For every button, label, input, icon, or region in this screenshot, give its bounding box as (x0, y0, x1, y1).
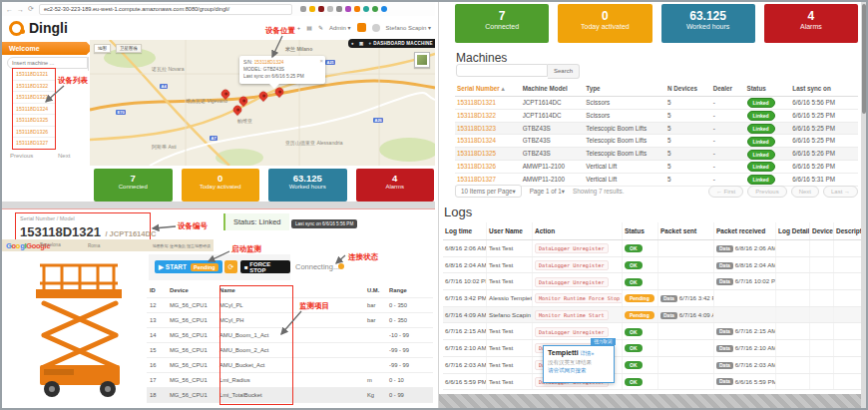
map[interactable]: 米兰 Milano 诺瓦拉 Novara 帕维亚 维杰瓦诺 Vigevano 阿… (90, 40, 435, 166)
scrollbar[interactable] (861, 2, 867, 408)
popup-sn-link[interactable]: 153118D1324 (254, 60, 284, 65)
cell (810, 273, 834, 289)
received-time: 6/8/16 2:04 AM (735, 261, 776, 268)
satellite-chip[interactable]: 卫星图像 (116, 44, 142, 53)
serial-link[interactable]: 153118D1321 (455, 97, 523, 109)
previous-page-button[interactable]: Previous (747, 186, 786, 198)
ok-badge: OK (625, 261, 643, 269)
extension-icon[interactable] (381, 6, 387, 12)
brand-logo[interactable]: Dingli (9, 20, 68, 36)
scrollbar-thumb[interactable] (862, 4, 866, 114)
cell (834, 323, 862, 339)
extension-icon[interactable] (318, 6, 324, 12)
sidebar-machine-link[interactable]: 153118D1325 (13, 115, 55, 127)
details-link[interactable]: 详情» (580, 350, 594, 356)
machine-row[interactable]: 153118D1324GTBZ43STelescopic Boom Lifts5… (455, 135, 858, 148)
stat-label: Worked hours (268, 184, 347, 190)
data-badge[interactable]: Data (716, 278, 733, 285)
data-badge[interactable]: Data (660, 295, 677, 302)
map-type-chip[interactable]: 地图 (94, 44, 111, 53)
dictionary-popup-tab[interactable]: 强力取词 (591, 338, 615, 345)
page-select[interactable]: Page 1 of 1▾ (530, 188, 565, 195)
extension-icon[interactable] (345, 6, 351, 12)
machines-search-input[interactable] (456, 64, 548, 77)
start-button[interactable]: ▶ START Pending (155, 260, 222, 273)
cell: 6/7/16 2:03 AM (443, 357, 487, 373)
first-page-button[interactable]: ← First (708, 186, 743, 198)
search-button[interactable] (88, 57, 89, 71)
stat-value: 7 (455, 9, 549, 23)
edit-icon[interactable]: ✎ (318, 24, 323, 31)
map-credits[interactable]: 地图数据 使用条款 报告地图错误 (153, 243, 211, 248)
serial-link[interactable]: 153118D1327 (455, 174, 523, 186)
previous-link[interactable]: Previous (10, 153, 33, 159)
data-badge[interactable]: Data (716, 328, 733, 335)
stat-label: Today activated (558, 23, 651, 30)
serial-link[interactable]: 153118D1324 (455, 135, 523, 147)
extension-icon[interactable] (300, 6, 306, 12)
data-badge[interactable]: Data (660, 312, 677, 319)
machine-list: 153118D1321 153118D1322 153118D1323 1531… (12, 68, 56, 150)
action-chip: DataLogger Unregister (535, 277, 609, 287)
col-header: Dealer (713, 82, 747, 96)
action-cell: Monitor Runtime Force Stop (533, 290, 623, 306)
extension-icon[interactable] (327, 6, 333, 12)
received-time: 6/6/16 5:59 PM (735, 378, 776, 385)
admin-menu[interactable]: Admin ▾ (329, 24, 351, 31)
log-row: 6/7/16 10:02 PMTest TestDataLogger Unreg… (443, 273, 862, 290)
web-search-link[interactable]: 请尝试网页搜索 (548, 367, 610, 374)
data-badge[interactable]: Data (716, 362, 733, 369)
data-badge[interactable]: Data (716, 245, 733, 252)
machine-row[interactable]: 153118D1323GTBZ43STelescopic Boom Lifts5… (455, 123, 858, 136)
serial-link[interactable]: 153118D1322 (455, 110, 523, 122)
popup-model: MODEL: GTBZ43S (243, 66, 321, 73)
print-icon[interactable]: ▤ (306, 24, 312, 31)
reload-icon[interactable]: ⟳ (28, 5, 34, 13)
close-icon[interactable]: × (319, 57, 323, 66)
force-stop-button[interactable]: ■ FORCE STOP (240, 260, 290, 273)
col-header-serial[interactable]: Serial Number ▴ (455, 82, 523, 96)
next-page-button[interactable]: Next (791, 186, 819, 198)
machine-row[interactable]: 153118D1326AMWP11-2100Vertical Lift5-Lin… (455, 161, 858, 174)
serial-link[interactable]: 153118D1323 (455, 123, 523, 135)
data-badge[interactable]: Data (716, 378, 733, 385)
address-bar[interactable]: ec2-52-30-223-189.eu-west-1.compute.amaz… (39, 4, 292, 15)
last-page-button[interactable]: Last → (823, 186, 858, 198)
extension-icon[interactable] (372, 6, 378, 12)
machines-search-button[interactable]: Search (548, 64, 580, 79)
dashboard-macchine-toolbar[interactable]: ●▣+ DASHBOARD MACCHINE (348, 39, 435, 48)
extension-icon[interactable] (309, 6, 315, 12)
refresh-button[interactable]: ⟳ (224, 260, 237, 273)
serial-link[interactable]: 153118D1326 (455, 161, 523, 173)
add-icon[interactable]: + (297, 25, 301, 31)
log-row: 6/7/16 2:03 AMTest TestDataLogger Unregi… (443, 357, 862, 374)
back-icon[interactable]: ← (6, 6, 13, 13)
extension-icon[interactable] (354, 6, 360, 12)
no-result-text: 没有汉英互译结果 (548, 359, 610, 366)
sidebar-machine-link[interactable]: 153118D1327 (13, 138, 55, 149)
cell: 6/6/16 5:26 PM (792, 148, 858, 160)
machine-row[interactable]: 153118D1322JCPT1614DCScissors5-Linked6/6… (455, 110, 858, 123)
forward-icon[interactable]: → (17, 6, 24, 13)
items-per-page-select[interactable]: 10 Items per Page▾ (455, 185, 522, 198)
extension-icon[interactable] (363, 6, 369, 12)
sidebar-machine-link[interactable]: 153118D1324 (13, 104, 55, 116)
data-badge[interactable]: Data (716, 262, 733, 269)
sidebar-machine-link[interactable]: 153118D1323 (13, 92, 55, 104)
serial-link[interactable]: 153118D1325 (455, 148, 523, 160)
cell (834, 240, 862, 256)
machine-row[interactable]: 153118D1325GTBZ43STelescopic Boom Lifts5… (455, 148, 858, 161)
route-chip: E70 (116, 110, 126, 115)
next-link[interactable]: Next (58, 153, 70, 159)
extension-icon[interactable] (336, 6, 342, 12)
machine-row[interactable]: 153118D1321JCPT1614DCScissors5-Linked6/6… (455, 97, 858, 110)
sidebar-machine-link[interactable]: 153118D1321 (13, 69, 55, 81)
notification-badge[interactable] (357, 23, 366, 32)
user-menu[interactable]: Stefano Scapin ▾ (386, 24, 431, 31)
cell: bar (367, 298, 389, 312)
sidebar-machine-link[interactable]: 153118D1322 (13, 81, 55, 93)
cell: 6/6/16 5:25 PM (792, 135, 858, 147)
data-badge[interactable]: Data (716, 345, 733, 352)
satellite-toggle[interactable] (414, 52, 430, 68)
sidebar-machine-link[interactable]: 153118D1326 (13, 127, 55, 139)
